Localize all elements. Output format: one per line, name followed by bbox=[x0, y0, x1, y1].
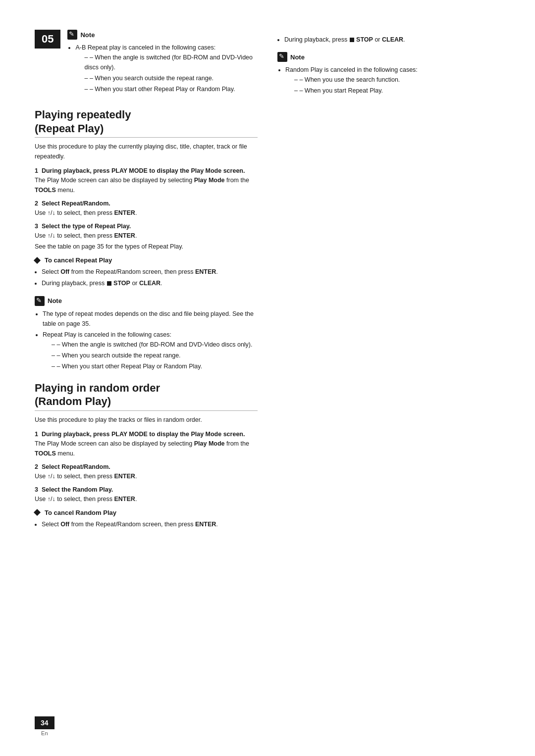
right-note-list: Random Play is canceled in the following… bbox=[285, 65, 500, 96]
left-column: 05 Note A-B Repeat play is canceled in t… bbox=[35, 30, 258, 726]
right-top-list: During playback, press STOP or CLEAR. bbox=[284, 35, 500, 45]
right-column: During playback, press STOP or CLEAR. No… bbox=[277, 30, 500, 726]
diamond-icon-2 bbox=[34, 509, 41, 516]
random-step-2-body: Use ↑/↓ to select, then press ENTER. bbox=[35, 471, 258, 481]
sub-list: – When the angle is switched (for BD-ROM… bbox=[84, 52, 258, 94]
page-number: 34 bbox=[35, 716, 54, 729]
step-3-title: 3 Select the type of Repeat Play. bbox=[35, 223, 258, 230]
note2-icon bbox=[35, 296, 45, 306]
list-item: A-B Repeat play is canceled in the follo… bbox=[75, 43, 258, 94]
note2-list: The type of repeat modes depends on the … bbox=[43, 309, 258, 371]
note2-header: Note bbox=[35, 296, 258, 306]
step-3-body: Use ↑/↓ to select, then press ENTER. bbox=[35, 231, 258, 241]
list-item: – When the angle is switched (for BD-ROM… bbox=[52, 340, 258, 350]
cancel-random-section: To cancel Random Play Select Off from th… bbox=[35, 509, 258, 530]
random-step-1-title: 1 During playback, press PLAY MODE to di… bbox=[35, 431, 258, 438]
list-item: Select Off from the Repeat/Random screen… bbox=[42, 519, 258, 530]
stop-icon bbox=[107, 281, 111, 286]
step-1-title: 1 During playback, press PLAY MODE to di… bbox=[35, 167, 258, 174]
note-header: Note bbox=[67, 30, 258, 40]
random-step-1-body: The Play Mode screen can also be display… bbox=[35, 439, 258, 458]
list-item: – When the angle is switched (for BD-ROM… bbox=[84, 52, 258, 72]
note2-box: Note The type of repeat modes depends on… bbox=[35, 296, 258, 371]
right-note-box: Note Random Play is canceled in the foll… bbox=[277, 52, 500, 96]
list-item: – When you use the search function. bbox=[294, 75, 500, 85]
section-intro-random: Use this procedure to play the tracks or… bbox=[35, 415, 258, 425]
diamond-icon bbox=[34, 256, 41, 263]
page-lang: En bbox=[41, 730, 48, 736]
step-2: 2 Select Repeat/Random. Use ↑/↓ to selec… bbox=[35, 200, 258, 218]
cancel-repeat-list: Select Off from the Repeat/Random screen… bbox=[42, 267, 258, 289]
right-note-header: Note bbox=[277, 52, 500, 62]
section-heading-random: Playing in random order(Random Play) bbox=[35, 381, 258, 411]
step-3: 3 Select the type of Repeat Play. Use ↑/… bbox=[35, 223, 258, 252]
step-2-title: 2 Select Repeat/Random. bbox=[35, 200, 258, 207]
step-3-note: See the table on page 35 for the types o… bbox=[35, 242, 258, 252]
random-step-3-title: 3 Select the Random Play. bbox=[35, 486, 258, 493]
section-random-play: Playing in random order(Random Play) Use… bbox=[35, 381, 258, 530]
list-item: – When you start Repeat Play. bbox=[294, 86, 500, 96]
random-step-2-title: 2 Select Repeat/Random. bbox=[35, 463, 258, 470]
cancel-repeat-title: To cancel Repeat Play bbox=[35, 256, 258, 264]
random-step-2: 2 Select Repeat/Random. Use ↑/↓ to selec… bbox=[35, 463, 258, 481]
top-note-box: Note A-B Repeat play is canceled in the … bbox=[67, 30, 258, 95]
cancel-random-title: To cancel Random Play bbox=[35, 509, 258, 516]
top-note-list: A-B Repeat play is canceled in the follo… bbox=[75, 43, 258, 94]
list-item: Select Off from the Repeat/Random screen… bbox=[42, 267, 258, 277]
list-item: During playback, press STOP or CLEAR. bbox=[284, 35, 500, 45]
chapter-badge: 05 bbox=[35, 30, 60, 49]
right-sub-list: – When you use the search function. – Wh… bbox=[294, 75, 500, 96]
stop-icon-right bbox=[350, 38, 354, 42]
note-icon bbox=[67, 30, 77, 40]
right-note-title: Note bbox=[290, 53, 305, 61]
list-item: – When you search outside the repeat ran… bbox=[52, 351, 258, 360]
note2-title: Note bbox=[48, 297, 62, 304]
list-item: – When you start other Repeat Play or Ra… bbox=[52, 361, 258, 371]
random-step-3: 3 Select the Random Play. Use ↑/↓ to sel… bbox=[35, 486, 258, 504]
list-item: Random Play is canceled in the following… bbox=[285, 65, 500, 96]
step-2-body: Use ↑/↓ to select, then press ENTER. bbox=[35, 208, 258, 218]
list-item: – When you search outside the repeat ran… bbox=[84, 73, 258, 83]
section-intro-repeat: Use this procedure to play the currently… bbox=[35, 142, 258, 161]
right-note-icon bbox=[277, 52, 287, 62]
step-1-body: The Play Mode screen can also be display… bbox=[35, 175, 258, 195]
list-item: – When you start other Repeat Play or Ra… bbox=[84, 84, 258, 94]
list-item: During playback, press STOP or CLEAR. bbox=[42, 278, 258, 289]
list-item: Repeat Play is canceled in the following… bbox=[43, 330, 258, 371]
page-footer: 34 En bbox=[35, 716, 54, 736]
note-title: Note bbox=[80, 31, 95, 39]
list-item: The type of repeat modes depends on the … bbox=[43, 309, 258, 329]
cancel-random-list: Select Off from the Repeat/Random screen… bbox=[42, 519, 258, 530]
sub-list2: – When the angle is switched (for BD-ROM… bbox=[52, 340, 258, 371]
section-repeat-play: Playing repeatedly(Repeat Play) Use this… bbox=[35, 108, 258, 371]
cancel-repeat-section: To cancel Repeat Play Select Off from th… bbox=[35, 256, 258, 289]
random-step-3-body: Use ↑/↓ to select, then press ENTER. bbox=[35, 494, 258, 504]
section-heading-repeat: Playing repeatedly(Repeat Play) bbox=[35, 108, 258, 138]
step-1: 1 During playback, press PLAY MODE to di… bbox=[35, 167, 258, 195]
random-step-1: 1 During playback, press PLAY MODE to di… bbox=[35, 431, 258, 458]
